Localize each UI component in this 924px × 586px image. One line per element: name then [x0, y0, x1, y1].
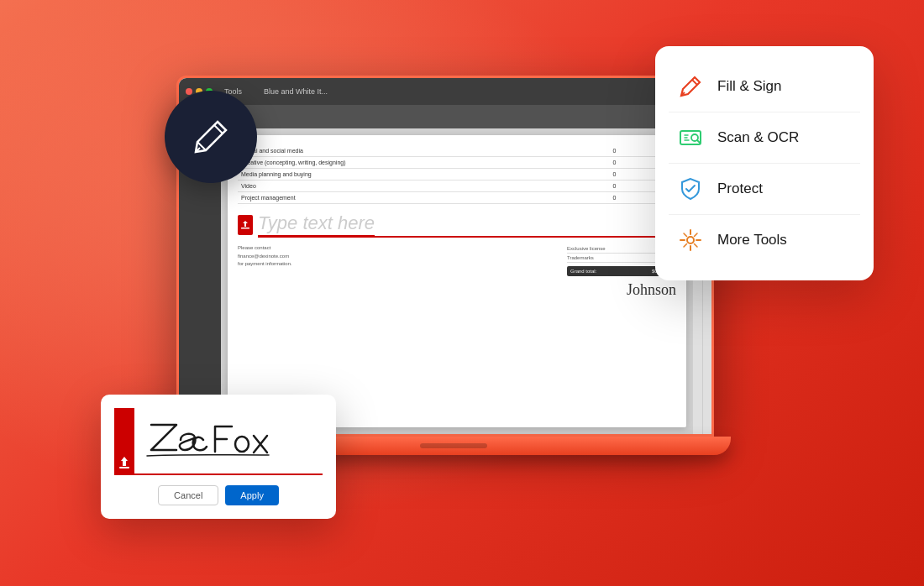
- trademarks-label: Trademarks: [567, 255, 594, 260]
- table-cell-label: Digital and social media: [238, 145, 609, 157]
- divider-1: [669, 112, 860, 112]
- grand-total-label: Grand total:: [570, 269, 596, 274]
- table-row: Creative (concepting, writing, designing…: [238, 157, 676, 169]
- protect-menu-item[interactable]: Protect: [669, 165, 860, 212]
- table-cell-value: 0: [609, 192, 643, 204]
- scan-ocr-icon: [675, 123, 706, 153]
- table-cell-value: 0: [609, 145, 643, 157]
- pdf-page: Digital and social media 0 0 Creative (c…: [228, 135, 686, 427]
- fill-sign-icon: [675, 71, 706, 102]
- laptop-screen: Tools Blue and White It... ▣ 🔍 71% ⊞ A: [176, 76, 714, 437]
- table-cell-value: 0: [609, 169, 643, 181]
- table-cell-label: Creative (concepting, writing, designing…: [238, 157, 609, 169]
- protect-label: Protect: [717, 181, 763, 197]
- signature-dialog: Cancel Apply: [101, 395, 336, 519]
- scan-ocr-label: Scan & OCR: [717, 129, 799, 146]
- acrobat-badge: [238, 215, 253, 235]
- svg-rect-4: [119, 467, 129, 468]
- table-cell-label: Media planning and buying: [238, 169, 609, 181]
- table-cell-label: Video: [238, 181, 609, 192]
- pen-circle: [165, 91, 257, 183]
- fill-sign-menu-item[interactable]: Fill & Sign: [669, 63, 860, 110]
- apply-button[interactable]: Apply: [225, 485, 279, 505]
- svg-rect-0: [241, 228, 249, 229]
- table-cell-label: Project management: [238, 192, 609, 204]
- signature-text: Johnson: [627, 281, 676, 298]
- scan-ocr-menu-item[interactable]: Scan & OCR: [669, 114, 860, 161]
- divider-3: [669, 214, 860, 215]
- pdf-viewer: Tools Blue and White It... ▣ 🔍 71% ⊞ A: [179, 78, 711, 434]
- table-row: Video 0 0: [238, 181, 676, 192]
- tools-dropdown-panel: Fill & Sign Scan & OCR Protect: [655, 46, 874, 280]
- acrobat-logo-icon: [240, 219, 250, 231]
- divider-2: [669, 163, 860, 164]
- svg-point-5: [235, 437, 249, 452]
- table-row: Media planning and buying 0 0: [238, 169, 676, 181]
- type-text-placeholder-container: Type text here: [258, 212, 676, 238]
- fill-sign-label: Fill & Sign: [717, 78, 782, 95]
- more-tools-label: More Tools: [717, 232, 787, 249]
- pdf-content-area: A Digital and social media 0 0 Creative: [179, 128, 711, 434]
- contact-info: Please contactfinance@dexinote.comfor pa…: [238, 244, 292, 299]
- pdf-nav-bar: ▣ 🔍 71% ⊞: [179, 105, 711, 128]
- table-cell-value: 0: [609, 157, 643, 169]
- more-tools-menu-item[interactable]: More Tools: [669, 217, 860, 264]
- pdf-signature: Johnson: [567, 281, 676, 299]
- exclusive-license-label: Exclusive license: [567, 246, 606, 251]
- pen-icon: [189, 115, 233, 159]
- acrobat-sig-icon: [118, 455, 130, 470]
- pdf-bottom-section: Please contactfinance@dexinote.comfor pa…: [238, 244, 676, 299]
- table-cell-value: 0: [609, 181, 643, 192]
- more-tools-icon: [675, 225, 706, 255]
- signature-drawing: [134, 408, 319, 467]
- invoice-table: Digital and social media 0 0 Creative (c…: [238, 145, 676, 204]
- protect-icon: [675, 174, 706, 204]
- type-text-area: Type text here: [238, 212, 676, 238]
- svg-point-3: [687, 237, 694, 243]
- sig-dialog-acrobat-logo: [114, 408, 134, 474]
- signature-canvas: [114, 408, 323, 475]
- table-row: Digital and social media 0 0: [238, 145, 676, 157]
- type-text-placeholder: Type text here: [258, 212, 375, 237]
- pdf-toolbar: Tools Blue and White It...: [179, 78, 711, 105]
- signature-dialog-buttons: Cancel Apply: [114, 485, 323, 505]
- pdf-filename: Blue and White It...: [264, 87, 328, 96]
- table-row: Project management 0 0: [238, 192, 676, 204]
- cancel-button[interactable]: Cancel: [158, 485, 218, 505]
